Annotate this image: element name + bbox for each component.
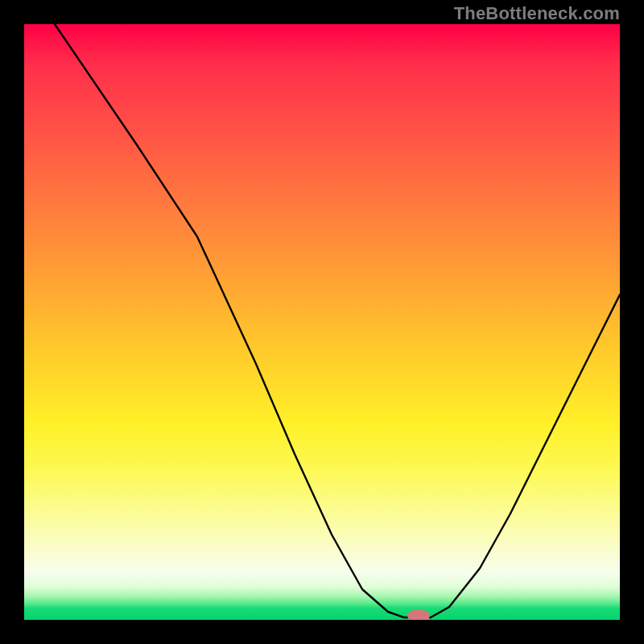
svg-point-0 xyxy=(407,609,430,620)
watermark-text: TheBottleneck.com xyxy=(454,3,620,24)
plot-area xyxy=(24,24,620,620)
optimal-point-marker xyxy=(24,24,620,620)
chart-frame: TheBottleneck.com xyxy=(0,0,644,644)
